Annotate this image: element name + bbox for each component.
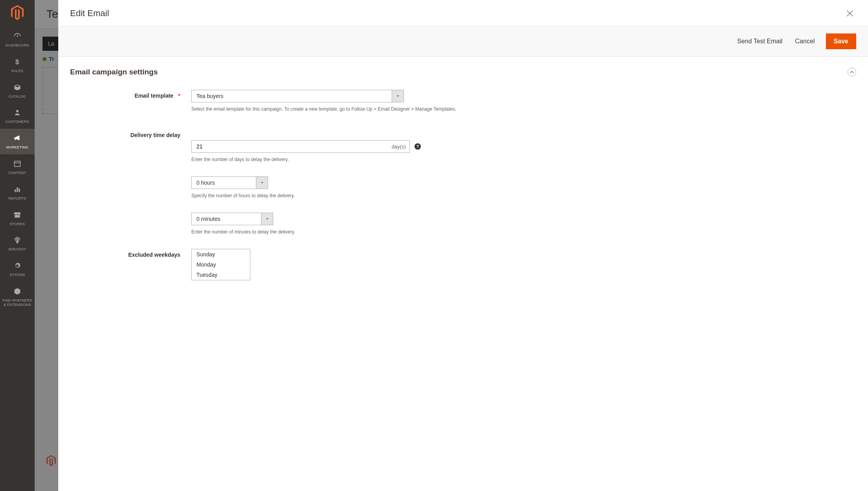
chevron-up-icon (850, 70, 854, 74)
weekday-option[interactable]: Tuesday (192, 270, 250, 280)
sidebar-item-content[interactable]: CONTENT (0, 154, 35, 180)
puzzle-icon (13, 287, 22, 296)
section-title: Email campaign settings (70, 68, 158, 76)
edit-email-modal: Edit Email Send Test Email Cancel Save E… (58, 0, 868, 491)
person-icon (13, 108, 22, 117)
days-suffix: day(s) (392, 144, 406, 150)
save-button[interactable]: Save (826, 33, 856, 49)
sidebar-item-catalog[interactable]: CATALOG (0, 78, 35, 104)
chevron-down-icon (261, 181, 264, 184)
email-template-label: Email template * (70, 90, 191, 113)
dollar-icon: $ (13, 57, 22, 67)
modal-body: Email campaign settings Email template * (58, 57, 868, 313)
section-header: Email campaign settings (70, 68, 856, 76)
sidebar-item-label: CONTENT (8, 171, 26, 175)
sidebar-item-label: DASHBOARD (6, 43, 29, 48)
sidebar-item-label: MARKETING (6, 145, 28, 150)
select-arrow (392, 90, 404, 102)
excluded-weekdays-row: Excluded weekdays Sunday Monday Tuesday (70, 249, 856, 280)
svg-rect-2 (15, 161, 20, 166)
gear-icon (13, 261, 22, 271)
modal-overlay: Edit Email Send Test Email Cancel Save E… (35, 0, 868, 491)
select-arrow (256, 176, 268, 189)
email-template-select[interactable]: Tea buyers (191, 90, 404, 102)
layout-icon (13, 159, 22, 169)
svg-text:$: $ (15, 58, 19, 66)
excluded-weekdays-col: Sunday Monday Tuesday (191, 249, 475, 280)
store-icon (13, 210, 22, 220)
sidebar-item-label: STORES (10, 222, 25, 226)
sidebar-item-system[interactable]: SYSTEM (0, 256, 35, 282)
svg-rect-6 (19, 188, 20, 192)
delivery-delay-days-row: Delivery time delay day(s) ? Enter the n… (70, 129, 856, 163)
diamond-icon (13, 235, 22, 245)
sidebar-item-reports[interactable]: REPORTS (0, 180, 35, 206)
select-value: 0 minutes (191, 213, 261, 225)
sidebar-item-label: SALES (11, 69, 24, 73)
magento-logo[interactable] (9, 5, 25, 20)
admin-sidebar: DASHBOARD $ SALES CATALOG CUSTOMERS MARK… (0, 0, 35, 491)
sidebar-item-label: REPORTS (8, 196, 26, 201)
modal-title: Edit Email (70, 8, 109, 19)
box-icon (13, 83, 22, 92)
close-icon (846, 9, 854, 18)
minutes-help: Enter the number of minutes to delay the… (191, 228, 475, 235)
sidebar-item-label: CUSTOMERS (6, 120, 29, 124)
minutes-select[interactable]: 0 minutes (191, 213, 273, 225)
sidebar-item-label: CATALOG (9, 94, 26, 99)
email-template-row: Email template * Tea buyers Select the e… (70, 90, 856, 113)
collapse-section-button[interactable] (848, 68, 856, 76)
send-test-email-button[interactable]: Send Test Email (735, 35, 784, 48)
select-value: 0 hours (191, 176, 256, 189)
svg-point-1 (16, 110, 19, 113)
modal-header: Edit Email (58, 0, 868, 26)
sidebar-item-customers[interactable]: CUSTOMERS (0, 103, 35, 129)
excluded-weekdays-label: Excluded weekdays (70, 249, 191, 280)
select-arrow (261, 213, 273, 225)
email-template-help: Select the email template for this campa… (191, 106, 475, 113)
days-help: Enter the number of days to delay the de… (191, 156, 475, 163)
dashboard-icon (13, 31, 22, 41)
excluded-weekdays-select[interactable]: Sunday Monday Tuesday (191, 249, 250, 280)
sidebar-item-sales[interactable]: $ SALES (0, 52, 35, 78)
sidebar-item-dashboard[interactable]: DASHBOARD (0, 27, 35, 52)
hours-select[interactable]: 0 hours (191, 176, 268, 189)
megaphone-icon (13, 133, 22, 143)
close-button[interactable] (844, 7, 856, 20)
chevron-down-icon (396, 94, 400, 98)
hours-col: 0 hours Specify the number of hours to d… (191, 176, 475, 199)
help-icon[interactable]: ? (415, 143, 421, 150)
empty-label (70, 213, 191, 235)
days-input-group: day(s) ? (191, 140, 475, 153)
cancel-button[interactable]: Cancel (794, 35, 816, 48)
minutes-col: 0 minutes Enter the number of minutes to… (191, 213, 475, 235)
empty-label (70, 176, 191, 199)
sidebar-item-label: MIRASVIT (9, 247, 26, 252)
days-input[interactable] (191, 140, 410, 153)
svg-rect-5 (17, 187, 18, 192)
delivery-delay-hours-row: 0 hours Specify the number of hours to d… (70, 176, 856, 199)
sidebar-item-partners[interactable]: FIND PARTNERS & EXTENSIONS (0, 282, 35, 312)
sidebar-item-stores[interactable]: STORES (0, 206, 35, 231)
delivery-delay-label: Delivery time delay (70, 129, 191, 163)
email-template-input-col: Tea buyers Select the email template for… (191, 90, 475, 113)
sidebar-item-label: SYSTEM (10, 273, 25, 277)
chevron-down-icon (266, 217, 269, 220)
required-mark: * (178, 93, 180, 99)
weekday-option[interactable]: Monday (192, 259, 250, 270)
label-text: Email template (135, 93, 174, 99)
sidebar-item-mirasvit[interactable]: MIRASVIT (0, 231, 35, 256)
svg-rect-4 (15, 189, 16, 192)
bars-icon (13, 185, 22, 194)
modal-action-bar: Send Test Email Cancel Save (58, 26, 868, 57)
delivery-days-col: day(s) ? Enter the number of days to del… (191, 129, 475, 163)
hours-help: Specify the number of hours to delay the… (191, 192, 475, 199)
days-input-wrapper: day(s) (191, 140, 410, 153)
delivery-delay-minutes-row: 0 minutes Enter the number of minutes to… (70, 213, 856, 235)
page-backdrop: Tea La Tr Edit Email (35, 0, 868, 491)
sidebar-item-label: FIND PARTNERS & EXTENSIONS (2, 298, 33, 307)
weekday-option[interactable]: Sunday (192, 249, 250, 259)
select-value: Tea buyers (191, 90, 392, 102)
sidebar-item-marketing[interactable]: MARKETING (0, 129, 35, 154)
